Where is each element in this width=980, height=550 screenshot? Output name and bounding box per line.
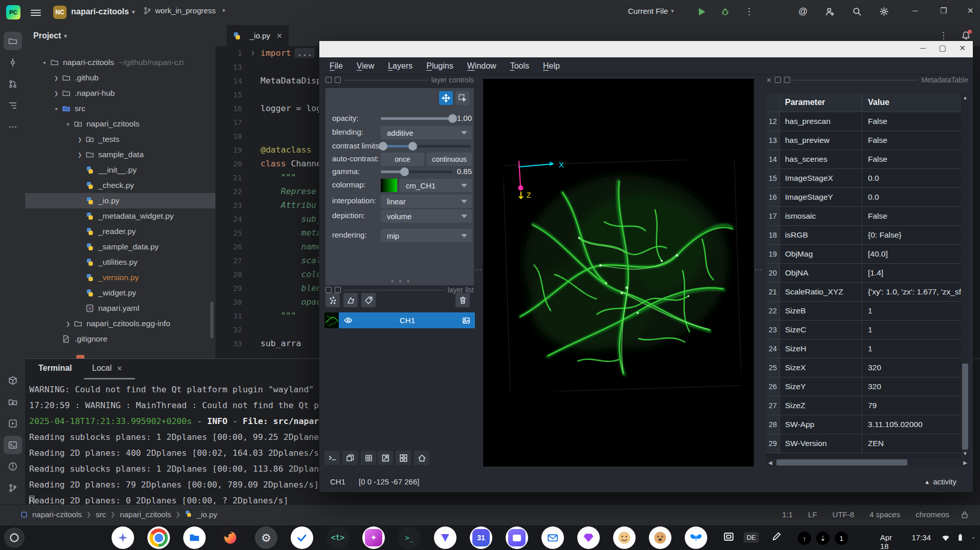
- float-panel-icon[interactable]: [775, 77, 781, 83]
- tree-item-_sample_data.py[interactable]: _sample_data.py: [25, 239, 215, 255]
- window-close-icon[interactable]: ✕: [967, 6, 974, 15]
- app-files[interactable]: [183, 526, 206, 549]
- popout-panel-icon[interactable]: [784, 77, 790, 83]
- panel-splitter-handle[interactable]: • • •: [391, 277, 411, 285]
- terminal-output[interactable]: WARNING: Could not find the Qt platform …: [29, 382, 319, 509]
- app-tasks[interactable]: [291, 526, 313, 549]
- tree-expand-icon[interactable]: ❯: [74, 137, 85, 142]
- napari-maximize-icon[interactable]: ▢: [939, 44, 946, 53]
- table-row[interactable]: 15ImageStageX0.0: [766, 169, 961, 188]
- viewer-button-grid[interactable]: [396, 451, 411, 465]
- metadata-vscrollbar[interactable]: ▲ ▼: [961, 93, 969, 458]
- menu-layers[interactable]: Layers: [388, 61, 412, 71]
- tool-stripe-structure[interactable]: [4, 96, 22, 115]
- tree-item-_widget.py[interactable]: _widget.py: [25, 285, 215, 301]
- app-gallery[interactable]: ✦: [362, 526, 385, 549]
- pan-zoom-mode-button[interactable]: [439, 91, 453, 105]
- tool-stripe-services[interactable]: [4, 414, 22, 433]
- tree-expand-icon[interactable]: ❯: [51, 91, 62, 96]
- rendering-dropdown[interactable]: mip: [381, 229, 472, 242]
- menu-help[interactable]: Help: [543, 61, 560, 71]
- tree-expand-icon[interactable]: ▾: [39, 60, 50, 66]
- tool-stripe-problems[interactable]: [4, 457, 22, 476]
- app-face-2[interactable]: [649, 526, 671, 549]
- menu-tools[interactable]: Tools: [510, 61, 529, 71]
- table-row[interactable]: 21ScaleRatio_XYZ{'xy': 1.0, 'zx': 1.677,…: [766, 283, 961, 302]
- tree-item-sample_data[interactable]: ❯sample_data: [25, 147, 215, 162]
- tree-expand-icon[interactable]: ❯: [62, 321, 74, 327]
- tree-item-.napari-hub[interactable]: ❯.napari-hub: [25, 86, 215, 101]
- popout-panel-icon[interactable]: [335, 287, 341, 293]
- lock-icon[interactable]: [961, 511, 969, 519]
- left-splitter-icon[interactable]: ⋮: [477, 266, 480, 274]
- run-config-selector[interactable]: Current File▾: [628, 7, 674, 15]
- table-row[interactable]: 25SizeX320: [766, 358, 961, 377]
- terminal-title[interactable]: Terminal: [38, 364, 72, 373]
- status-widget[interactable]: 1:1: [782, 510, 793, 519]
- table-row[interactable]: 22SizeB1: [766, 302, 961, 321]
- screen-capture-icon[interactable]: [723, 531, 734, 542]
- opacity-slider[interactable]: [381, 117, 452, 120]
- tree-item-napari.yaml[interactable]: Ynapari.yaml: [25, 301, 215, 316]
- table-row[interactable]: 27SizeZ79: [766, 396, 961, 415]
- table-row[interactable]: 18isRGB{0: False}: [766, 226, 961, 245]
- stylus-icon[interactable]: [771, 532, 781, 542]
- napari-minimize-icon[interactable]: ─: [920, 44, 926, 52]
- tree-item-_reader.py[interactable]: _reader.py: [25, 224, 215, 239]
- auto-contrast-continuous-button[interactable]: continuous: [427, 153, 472, 166]
- status-widget[interactable]: chromeos: [916, 510, 949, 519]
- search-icon[interactable]: [852, 7, 862, 16]
- viewer-button-ndisplay[interactable]: [342, 451, 358, 465]
- table-row[interactable]: 17ismosaicFalse: [766, 207, 961, 226]
- metadata-hscrollbar[interactable]: ◀ ▶: [766, 458, 969, 467]
- tree-expand-icon[interactable]: ▾: [62, 121, 74, 127]
- right-splitter-icon[interactable]: ⋮: [757, 266, 760, 274]
- tree-item-_version.py[interactable]: _version.py: [25, 270, 215, 285]
- fold-icon[interactable]: ❯: [245, 50, 260, 56]
- tree-item-_metadata_widget.py[interactable]: _metadata_widget.py: [25, 208, 215, 224]
- app-butterfly[interactable]: [685, 526, 707, 549]
- table-row[interactable]: 29SW-VersionZEN: [766, 434, 961, 453]
- table-row[interactable]: 24SizeH1: [766, 340, 961, 358]
- ai-assistant-icon[interactable]: @: [798, 6, 808, 17]
- float-panel-icon[interactable]: [325, 77, 332, 83]
- project-badge[interactable]: NC: [53, 6, 67, 19]
- status-widget[interactable]: LF: [808, 510, 817, 519]
- tool-stripe-more[interactable]: [4, 118, 22, 136]
- layer-visibility-eye-icon[interactable]: [344, 316, 353, 325]
- tool-stripe-version-control[interactable]: [4, 479, 22, 497]
- range-knob[interactable]: [408, 142, 417, 151]
- napari-close-icon[interactable]: ✕: [959, 44, 966, 53]
- layer-row-ch1[interactable]: CH1: [324, 312, 475, 328]
- breadcrumb-item[interactable]: _io.py: [197, 510, 217, 519]
- table-row[interactable]: 23SizeC1: [766, 321, 961, 340]
- app-settings[interactable]: ⚙: [255, 526, 277, 549]
- branch-selector[interactable]: work_in_progress▾: [143, 6, 225, 15]
- transform-mode-button[interactable]: [455, 91, 469, 105]
- tree-item-_check.py[interactable]: _check.py: [25, 178, 215, 193]
- table-row[interactable]: 28SW-App3.11.105.02000: [766, 415, 961, 434]
- popout-panel-icon[interactable]: [335, 77, 341, 83]
- app-calendar[interactable]: 31: [470, 526, 492, 549]
- tree-expand-icon[interactable]: ▾: [51, 106, 62, 112]
- more-actions-icon[interactable]: ⋮: [745, 6, 753, 17]
- main-menu-icon[interactable]: [31, 8, 41, 17]
- app-assistant[interactable]: [112, 526, 134, 549]
- tool-stripe-terminal[interactable]: [4, 436, 22, 454]
- app-mail[interactable]: [541, 526, 564, 549]
- column-value[interactable]: Value: [862, 93, 961, 112]
- tray-time[interactable]: 17:34: [911, 533, 931, 542]
- slider-knob[interactable]: [448, 114, 457, 123]
- chevron-down-icon[interactable]: ⌄: [971, 533, 976, 540]
- window-minimize-icon[interactable]: ─: [912, 6, 918, 15]
- tree-expand-icon[interactable]: ❯: [51, 75, 62, 81]
- activity-button[interactable]: ▲activity: [924, 477, 956, 486]
- slider-knob[interactable]: [400, 167, 409, 176]
- float-panel-icon[interactable]: [325, 287, 332, 293]
- breadcrumb-item[interactable]: napari-czitools: [32, 510, 82, 519]
- column-parameter[interactable]: Parameter: [780, 93, 862, 112]
- app-terminal[interactable]: >_: [398, 526, 421, 549]
- depiction-dropdown[interactable]: volume: [381, 209, 472, 223]
- table-row[interactable]: 16ImageStageY0.0: [766, 188, 961, 207]
- viewer-button-home[interactable]: [414, 451, 429, 465]
